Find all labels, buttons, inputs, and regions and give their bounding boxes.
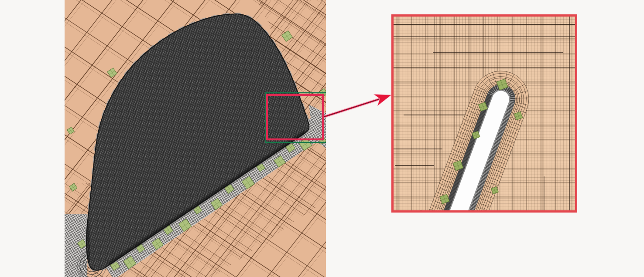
- green-refinement-cell: [67, 127, 75, 135]
- inset-mesh-canvas: [394, 17, 575, 210]
- mesh-zoom-inset-panel: [391, 14, 577, 213]
- green-refinement-cell: [69, 183, 77, 191]
- overview-mesh-canvas: [65, 0, 326, 277]
- green-refinement-cell: [281, 30, 292, 41]
- arrow-head: [374, 94, 392, 106]
- green-refinement-cell: [416, 210, 423, 210]
- mesh-figure: [0, 0, 644, 277]
- mesh-overview-panel: [65, 0, 326, 277]
